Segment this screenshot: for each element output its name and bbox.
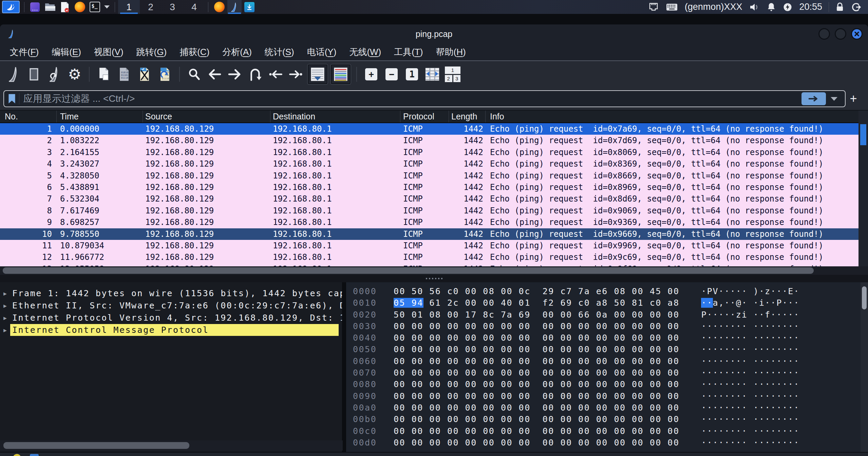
network-icon[interactable] <box>648 2 659 12</box>
hex-ascii[interactable]: ········ ········ <box>701 414 799 425</box>
go-last-packet-icon[interactable] <box>287 65 304 84</box>
hex-ascii[interactable]: ········ ········ <box>701 321 799 332</box>
hex-vscrollbar[interactable] <box>861 282 868 452</box>
hex-bytes[interactable]: 00 00 00 00 00 00 00 00 00 00 00 00 00 0… <box>394 367 679 379</box>
hex-row-0080[interactable]: 008000 00 00 00 00 00 00 00 00 00 00 00 … <box>346 379 861 390</box>
packet-row-11[interactable]: 1110.879034192.168.80.129192.168.80.1ICM… <box>0 240 858 251</box>
packet-list-header[interactable]: No. Time Source Destination Protocol Len… <box>0 111 858 123</box>
hex-row-00a0[interactable]: 00a000 00 00 00 00 00 00 00 00 00 00 00 … <box>346 402 861 414</box>
hex-row-00c0[interactable]: 00c000 00 00 00 00 00 00 00 00 00 00 00 … <box>346 425 861 437</box>
scroll-thumb[interactable] <box>860 124 866 145</box>
go-back-icon[interactable] <box>206 65 223 84</box>
hex-row-00b0[interactable]: 00b000 00 00 00 00 00 00 00 00 00 00 00 … <box>346 414 861 425</box>
go-first-packet-icon[interactable] <box>267 65 284 84</box>
menu-item-f[interactable]: 文件(F) <box>3 46 45 58</box>
filter-add-button[interactable]: + <box>846 92 861 106</box>
hex-bytes[interactable]: 00 00 00 00 00 00 00 00 00 00 00 00 00 0… <box>394 332 679 344</box>
workspace-2[interactable]: 2 <box>140 0 162 14</box>
hex-ascii[interactable]: ········ ········ <box>701 391 799 402</box>
menu-item-g[interactable]: 跳转(G) <box>130 46 173 58</box>
hex-row-0090[interactable]: 009000 00 00 00 00 00 00 00 00 00 00 00 … <box>346 391 861 402</box>
start-capture-icon[interactable] <box>5 65 22 84</box>
taskbar-window-software[interactable] <box>242 0 257 14</box>
detail-row-3[interactable]: ▸Internet Control Message Protocol <box>0 324 342 336</box>
hex-ascii[interactable]: P·····zi ··f····· <box>701 309 799 321</box>
hex-row-0020[interactable]: 002050 01 08 00 17 8c 7a 69 00 00 66 0a … <box>346 309 861 321</box>
lock-icon[interactable] <box>836 2 844 12</box>
hex-ascii[interactable]: ········ ········ <box>701 402 799 414</box>
menu-item-y[interactable]: 电话(Y) <box>301 46 343 58</box>
firefox-icon[interactable] <box>72 0 87 14</box>
hex-row-0050[interactable]: 005000 00 00 00 00 00 00 00 00 00 00 00 … <box>346 344 861 355</box>
hex-row-0060[interactable]: 006000 00 00 00 00 00 00 00 00 00 00 00 … <box>346 356 861 367</box>
scroll-thumb[interactable] <box>862 286 867 309</box>
workspace-1[interactable]: 1 <box>118 0 140 14</box>
autoscroll-toggle[interactable] <box>308 64 327 84</box>
menu-item-w[interactable]: 无线(W) <box>343 46 388 58</box>
genmon-label[interactable]: (genmon)XXX <box>685 2 742 12</box>
packet-row-6[interactable]: 65.438891192.168.80.129192.168.80.1ICMP1… <box>0 182 858 193</box>
col-no[interactable]: No. <box>0 111 57 122</box>
workspace-4[interactable]: 4 <box>183 0 205 14</box>
workspace-3[interactable]: 3 <box>162 0 183 14</box>
expert-info-icon[interactable] <box>13 454 21 456</box>
packet-row-1[interactable]: 10.000000192.168.80.129192.168.80.1ICMP1… <box>0 123 858 135</box>
hex-ascii[interactable]: ········ ········ <box>701 425 799 437</box>
terminal-dropdown-icon[interactable] <box>104 5 110 8</box>
file-manager-icon[interactable] <box>42 0 57 14</box>
display-filter-input[interactable]: 应用显示过滤器 ... <Ctrl-/> <box>3 90 846 107</box>
notifications-icon[interactable] <box>767 2 776 12</box>
menu-item-s[interactable]: 统计(S) <box>258 46 301 58</box>
hex-bytes[interactable]: 00 00 00 00 00 00 00 00 00 00 00 00 00 0… <box>394 321 679 332</box>
pane-splitter[interactable] <box>0 275 868 282</box>
packet-row-5[interactable]: 54.328050192.168.80.129192.168.80.1ICMP1… <box>0 170 858 182</box>
expand-arrow-icon[interactable]: ▸ <box>0 287 10 299</box>
packet-row-13[interactable]: 1313.055058192.168.80.129192.168.80.1ICM… <box>0 263 858 266</box>
close-file-icon[interactable]: 01110 <box>136 65 153 84</box>
hex-bytes[interactable]: 00 00 00 00 00 00 00 00 00 00 00 00 00 0… <box>394 379 679 390</box>
colorize-toggle[interactable] <box>331 64 351 84</box>
packet-row-12[interactable]: 1211.966772192.168.80.129192.168.80.1ICM… <box>0 251 858 263</box>
details-hscrollbar[interactable] <box>0 440 343 451</box>
kali-menu-button[interactable] <box>2 1 20 13</box>
hex-bytes[interactable]: 50 01 08 00 17 8c 7a 69 00 00 66 0a 00 0… <box>394 309 679 321</box>
terminal-icon[interactable]: $_ <box>87 0 102 14</box>
hex-bytes[interactable]: 00 00 00 00 00 00 00 00 00 00 00 00 00 0… <box>394 414 679 425</box>
hex-ascii[interactable]: ········ ········ <box>701 379 799 390</box>
packet-list-hscrollbar[interactable] <box>0 266 868 275</box>
capture-options-icon[interactable]: ⚙ <box>66 65 83 84</box>
hex-row-00d0[interactable]: 00d000 00 00 00 00 00 00 00 00 00 00 00 … <box>346 437 861 449</box>
hex-bytes[interactable]: 00 00 00 00 00 00 00 00 00 00 00 00 00 0… <box>394 402 679 414</box>
resize-columns-button[interactable] <box>424 65 441 84</box>
keyboard-icon[interactable] <box>666 3 678 11</box>
detail-row-2[interactable]: ▸Internet Protocol Version 4, Src: 192.1… <box>0 312 342 324</box>
col-info[interactable]: Info <box>486 111 858 122</box>
menu-item-c[interactable]: 捕获(C) <box>173 46 216 58</box>
zoom-out-button[interactable]: − <box>383 65 400 84</box>
packet-row-3[interactable]: 32.164155192.168.80.129192.168.80.1ICMP1… <box>0 147 858 158</box>
open-file-icon[interactable] <box>95 65 112 84</box>
hex-bytes[interactable]: 00 00 00 00 00 00 00 00 00 00 00 00 00 0… <box>394 425 679 437</box>
clock-label[interactable]: 20:55 <box>799 2 822 12</box>
splitter-handle-icon[interactable] <box>426 278 442 279</box>
packet-row-9[interactable]: 98.698257192.168.80.129192.168.80.1ICMP1… <box>0 216 858 228</box>
titlebar[interactable]: ping.pcap <box>0 24 868 43</box>
zoom-in-button[interactable]: + <box>363 65 380 84</box>
hex-ascii[interactable]: ········ ········ <box>701 437 799 449</box>
expand-arrow-icon[interactable]: ▸ <box>0 300 10 311</box>
hex-bytes[interactable]: 00 50 56 c0 00 08 00 0c 29 c7 7a e6 08 0… <box>394 286 679 297</box>
col-protocol[interactable]: Protocol <box>400 111 449 122</box>
col-length[interactable]: Length <box>449 111 486 122</box>
zoom-100-button[interactable]: 1 <box>403 65 420 84</box>
packet-row-10[interactable]: 109.788550192.168.80.129192.168.80.1ICMP… <box>0 228 858 240</box>
capture-comment-icon[interactable] <box>30 454 39 456</box>
hex-row-0030[interactable]: 003000 00 00 00 00 00 00 00 00 00 00 00 … <box>346 321 861 332</box>
restart-capture-icon[interactable] <box>46 65 63 84</box>
go-forward-icon[interactable] <box>226 65 243 84</box>
hex-bytes[interactable]: 00 00 00 00 00 00 00 00 00 00 00 00 00 0… <box>394 391 679 402</box>
packet-row-4[interactable]: 43.243027192.168.80.129192.168.80.1ICMP1… <box>0 158 858 170</box>
col-source[interactable]: Source <box>143 111 270 122</box>
power-manager-icon[interactable] <box>783 3 792 12</box>
stop-capture-icon[interactable] <box>25 65 42 84</box>
hex-bytes[interactable]: 00 00 00 00 00 00 00 00 00 00 00 00 00 0… <box>394 344 679 355</box>
